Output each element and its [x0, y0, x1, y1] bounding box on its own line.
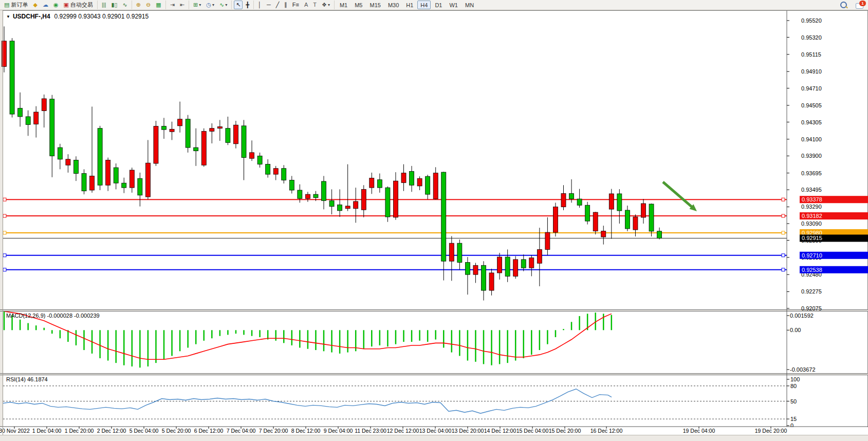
candle: [233, 125, 238, 144]
tile-windows-icon: ▦: [156, 1, 161, 9]
bar-chart-button[interactable]: |||: [100, 1, 108, 9]
candle: [170, 129, 174, 132]
candle: [42, 99, 46, 111]
chart-shift-button[interactable]: ⇤: [178, 1, 187, 9]
period-selector-icon: ◷: [206, 1, 211, 9]
time-axis-label: 5 Dec 04:00: [130, 428, 159, 434]
candle: [617, 194, 622, 211]
candle: [585, 205, 590, 221]
candle: [577, 199, 582, 205]
timeframe-group: M1M5M15M30H1H4D1W1MN: [334, 1, 479, 9]
price-tick-label: 0.93900: [801, 153, 822, 159]
timeframe-w1-button[interactable]: W1: [446, 1, 461, 9]
line-handle[interactable]: [782, 198, 785, 201]
vps-button[interactable]: ◉: [51, 1, 61, 9]
candle: [338, 205, 342, 210]
chart-canvas[interactable]: 0.955200.953200.951150.949100.947100.945…: [0, 0, 868, 441]
auto-trading-button[interactable]: ▣自动交易: [61, 1, 95, 9]
candle: [657, 231, 662, 238]
period-selector-button[interactable]: ◷▾: [204, 1, 216, 9]
timeframe-h4-button[interactable]: H4: [417, 1, 431, 9]
search-icon[interactable]: [840, 2, 848, 9]
vertical-line-button[interactable]: │: [256, 1, 264, 9]
chevron-down-icon: ▾: [199, 3, 201, 7]
new-chart-button[interactable]: ⊞▾: [191, 1, 203, 9]
time-axis-label: 8 Dec 12:00: [291, 428, 321, 434]
candle: [305, 194, 310, 198]
market-button[interactable]: ◆: [31, 1, 39, 9]
timeframe-h1-button[interactable]: H1: [403, 1, 416, 9]
timeframe-m30-button[interactable]: M30: [385, 1, 402, 9]
fibonacci-button[interactable]: F≡: [290, 1, 301, 9]
zoom-in-button[interactable]: ⊕: [134, 1, 143, 9]
macd-tick-label: 0.001592: [790, 313, 814, 319]
candlestick-chart-button[interactable]: ▮▯: [109, 1, 119, 9]
trend-arrow[interactable]: [663, 182, 693, 208]
timeframe-d1-button[interactable]: D1: [432, 1, 445, 9]
rsi-current-value: 46.1874: [27, 376, 48, 382]
new-order-button[interactable]: ▤新订单: [2, 1, 30, 9]
toolbar-group-draw: │─╱∥F≡AT❖▾: [253, 1, 334, 9]
candle: [441, 172, 446, 261]
text-label-button[interactable]: T: [311, 1, 319, 9]
auto-scroll-button[interactable]: ⇥: [168, 1, 177, 9]
candle: [154, 126, 158, 163]
candle: [162, 126, 167, 130]
tile-windows-button[interactable]: ▦: [154, 1, 163, 9]
collapse-icon[interactable]: ▼: [6, 14, 10, 19]
horizontal-line-button[interactable]: ─: [265, 1, 273, 9]
line-chart-button[interactable]: ∿: [121, 1, 130, 9]
line-handle[interactable]: [782, 214, 785, 217]
price-tick-label: 0.93090: [801, 220, 822, 227]
arrow-objects-icon: ❖: [322, 1, 327, 9]
time-axis-label: 16 Dec 12:00: [590, 428, 623, 434]
rsi-tick-label: 15: [790, 416, 797, 422]
price-tick-label: 0.93290: [801, 204, 822, 210]
toolbar-group-cursor: ↖╋: [231, 1, 253, 9]
candle: [226, 128, 230, 143]
candle: [473, 265, 478, 274]
window-bottom-strip: [0, 435, 868, 441]
candle: [289, 180, 294, 190]
text-button[interactable]: A: [302, 1, 310, 9]
candle: [354, 201, 358, 209]
line-handle[interactable]: [3, 254, 6, 257]
line-handle[interactable]: [3, 268, 6, 271]
indicators-button[interactable]: ∿▾: [217, 1, 229, 9]
price-tick-label: 0.94910: [801, 68, 822, 75]
line-handle[interactable]: [782, 268, 785, 271]
auto-trading-icon: ▣: [63, 1, 68, 9]
candle: [90, 176, 95, 190]
toolbar-group-zoom: ⊕⊖▦: [132, 1, 165, 9]
timeframe-m15-button[interactable]: M15: [366, 1, 383, 9]
auto-scroll-icon: ⇥: [170, 1, 175, 9]
price-tick-label: 0.95520: [801, 17, 822, 24]
line-handle[interactable]: [3, 198, 6, 201]
candle: [82, 173, 86, 191]
toolbar-group-scroll: ⇥⇤: [165, 1, 189, 9]
notification-badge: 1: [859, 1, 866, 6]
zoom-out-button[interactable]: ⊖: [144, 1, 153, 9]
line-handle[interactable]: [782, 231, 785, 234]
line-handle[interactable]: [3, 231, 6, 234]
crosshair-button[interactable]: ╋: [244, 1, 251, 9]
timeframe-m5-button[interactable]: M5: [352, 1, 365, 9]
candle: [537, 249, 542, 263]
notifications-icon[interactable]: 1: [856, 2, 864, 8]
signals-button[interactable]: ☁: [41, 1, 50, 9]
cursor-arrow-button[interactable]: ↖: [234, 1, 243, 9]
candle: [186, 119, 190, 148]
line-handle[interactable]: [782, 254, 785, 257]
equidistant-channel-button[interactable]: ∥: [282, 1, 289, 9]
zoom-out-icon: ⊖: [146, 1, 151, 9]
line-handle[interactable]: [3, 214, 6, 217]
time-axis-label: 7 Dec 20:00: [259, 428, 288, 434]
candle: [201, 131, 206, 165]
chart-symbol-title: ▼USDCHF-,H40.92999 0.93043 0.92901 0.929…: [6, 13, 149, 20]
timeframe-m1-button[interactable]: M1: [337, 1, 350, 9]
candle: [601, 231, 606, 237]
trendline-button[interactable]: ╱: [274, 1, 282, 9]
timeframe-mn-button[interactable]: MN: [462, 1, 477, 9]
arrow-objects-button[interactable]: ❖▾: [320, 1, 332, 9]
price-tick-label: 0.93495: [801, 187, 822, 193]
